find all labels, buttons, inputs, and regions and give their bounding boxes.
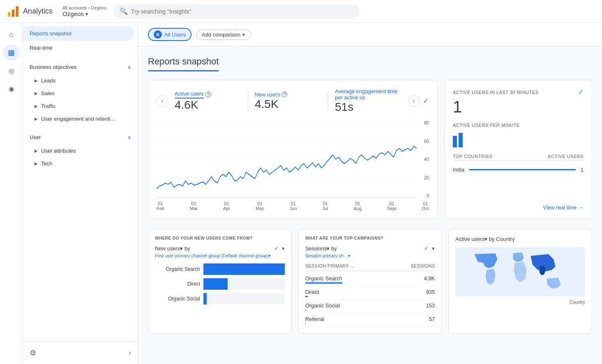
expand-icon: ▶ [35,161,38,166]
cards-row: ‹ Active users ? 4.6K New users ? [148,80,592,219]
table-row: Organic Search 4.9K [305,273,435,286]
content-header: A All Users Add comparison + [138,23,602,46]
search-bar[interactable]: 🔍 [113,4,360,18]
dropdown-icon[interactable]: ▾ [282,245,285,252]
avatar: A [154,30,162,39]
sidebar-item-leads[interactable]: ▶ Leads [23,74,138,87]
mini-bars-chart [453,131,584,147]
chevron-down-icon: ▾ [85,11,88,17]
svg-rect-2 [16,6,18,17]
check-icon: ✓ [423,96,429,105]
sidebar-item-sales[interactable]: ▶ Sales [23,87,138,100]
top-countries-header: TOP COUNTRIES ACTIVE USERS [453,154,584,161]
main-content: A All Users Add comparison + Reports sna… [138,23,602,364]
bar-row-direct: Direct [155,278,285,290]
chart-area: 80 60 40 20 0 01Feb 01Mar 01Apr 01May 01… [157,120,429,211]
content-body: Reports snapshot ‹ Active users ? 4. [138,46,602,344]
metric-engagement: Average engagement time per active us 51… [328,88,408,114]
svg-rect-0 [8,12,10,16]
check-icon-card: ✓ [274,245,279,252]
sidebar-section-business-objectives[interactable]: Business objectives ∧ [23,60,138,74]
expand-icon: ▶ [35,78,38,83]
sidebar-icon-activity[interactable]: ◎ [3,62,20,79]
chart-y-labels: 80 60 40 20 0 [417,120,429,198]
logo-text: Analytics [23,7,53,16]
check-icon-realtime: ✓ [578,88,584,96]
bar-row-organic-search: Organic Search [155,263,285,275]
sidebar-section-user[interactable]: User ∧ [23,130,138,144]
country-row-india: India 1 [453,164,584,176]
realtime-card: ACTIVE USERS IN LAST 30 MINUTES ✓ 1 ACTI… [444,80,592,219]
view-realtime-link[interactable]: View real time → [453,199,584,211]
sidebar-icon-reports[interactable]: ▦ [3,44,20,61]
world-map [455,247,585,296]
bottom-cards-row: WHERE DO YOUR NEW USERS COME FROM? New u… [148,229,592,334]
expand-icon: ▶ [35,117,38,121]
metrics-row: ‹ Active users ? 4.6K New users ? [157,88,429,114]
sidebar-icon-signal[interactable]: ◉ [3,80,20,97]
mini-bar [459,133,463,147]
search-input[interactable] [131,8,353,15]
sidebar: Reports snapshot Real-time Business obje… [23,23,138,364]
breadcrumb: All accounts › Ozgeos [62,5,106,10]
table-row: Organic Social 153 [305,300,435,314]
info-icon: ? [281,92,287,97]
sidebar-bottom: ⚙ ‹ [23,341,138,364]
country-bar [469,169,576,170]
sidebar-item-user-attributes[interactable]: ▶ User attributes [23,144,138,157]
metric-active-users: Active users ? 4.6K [168,91,248,112]
sidebar-item-reports-snapshot[interactable]: Reports snapshot [23,26,134,41]
map-card: Active users▾ by Country [448,229,592,334]
main-chart-card: ‹ Active users ? 4.6K New users ? [148,80,438,219]
campaigns-card: WHAT ARE YOUR TOP CAMPAIGNS? Sessions▾ b… [298,229,442,334]
sidebar-icons: ⌂ ▦ ◎ ◉ [0,23,23,364]
chevron-up-icon: ∧ [127,64,131,70]
table-row: Referral 57 [305,314,435,327]
arrow-right-icon: → [578,204,584,211]
all-users-badge[interactable]: A All Users [148,28,191,41]
chart-x-labels: 01Feb 01Mar 01Apr 01May 01Jun 01Jul 01Au… [157,199,429,211]
analytics-logo-icon [7,5,20,18]
check-icon-card2: ✓ [424,245,429,252]
campaigns-table-header: SESSION PRIMARY … SESSIONS [305,263,435,271]
add-comparison-button[interactable]: Add comparison + [196,30,251,40]
plus-icon: + [242,32,245,38]
expand-icon: ▶ [35,104,38,108]
prev-metric-button[interactable]: ‹ [157,95,168,107]
top-bar: Analytics All accounts › Ozgeos Ozgeos ▾… [0,0,602,23]
new-users-card: WHERE DO YOUR NEW USERS COME FROM? New u… [148,229,292,334]
campaigns-card-header: Sessions▾ by Session primary ch…▾ ✓ ▾ [305,245,435,263]
expand-icon: ▶ [35,149,38,153]
account-name[interactable]: Ozgeos ▾ [62,10,106,17]
info-icon: ? [205,92,211,97]
metric-new-users: New users ? 4.5K [248,92,328,111]
svg-rect-1 [12,9,14,17]
new-users-card-header: New users▾ by First user primary channel… [155,245,285,263]
table-row: Direct 935 [305,286,435,300]
page-title: Reports snapshot [148,56,592,73]
dropdown-icon2[interactable]: ▾ [432,245,435,252]
sidebar-item-realtime[interactable]: Real-time [23,41,134,55]
chevron-up-icon-2: ∧ [127,135,131,140]
collapse-icon[interactable]: ‹ [129,349,131,357]
mini-bar [453,136,457,147]
bar-chart: Organic Search Direct Orga [155,263,285,304]
next-metric-button[interactable]: › [408,95,420,107]
sidebar-item-traffic[interactable]: ▶ Traffic [23,100,138,112]
bar-row-organic-social: Organic Social [155,293,285,304]
search-icon: 🔍 [120,7,128,15]
line-chart [157,120,417,198]
sidebar-item-tech[interactable]: ▶ Tech [23,157,138,170]
settings-icon[interactable]: ⚙ [30,348,36,357]
sidebar-item-user-engagement[interactable]: ▶ User engagement and retenti… [23,112,138,125]
logo: Analytics [7,5,53,18]
sidebar-nav: Reports snapshot Real-time Business obje… [23,23,138,341]
sidebar-icon-home[interactable]: ⌂ [3,26,20,43]
expand-icon: ▶ [35,91,38,96]
